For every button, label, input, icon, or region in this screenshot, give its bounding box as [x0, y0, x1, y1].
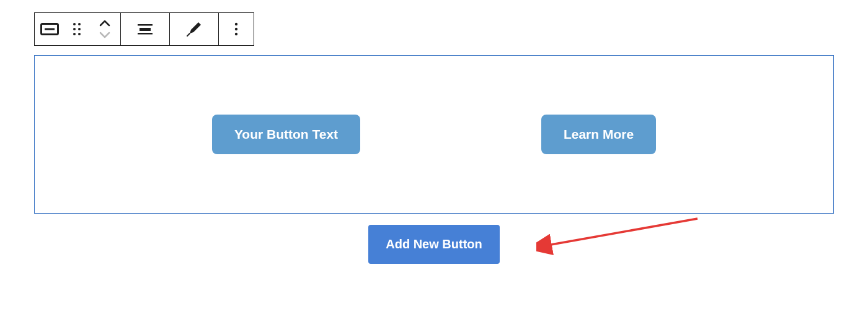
svg-point-7 — [78, 33, 81, 35]
style-brush-icon — [186, 21, 202, 37]
toolbar-group-style — [170, 13, 219, 45]
align-center-icon — [138, 23, 153, 35]
toolbar-group-align — [121, 13, 170, 45]
svg-rect-9 — [140, 28, 151, 31]
content-button-2-label: Learn More — [564, 127, 634, 141]
button-block-icon — [40, 23, 59, 35]
add-button-row: Add New Button — [34, 225, 834, 264]
svg-point-13 — [235, 33, 237, 35]
block-toolbar — [34, 12, 254, 46]
more-options-icon — [234, 22, 238, 36]
align-button[interactable] — [121, 13, 169, 45]
svg-rect-8 — [138, 24, 153, 26]
drag-handle-button[interactable] — [64, 13, 89, 45]
svg-point-5 — [78, 28, 81, 30]
content-button-1-label: Your Button Text — [234, 127, 338, 141]
svg-point-2 — [73, 23, 76, 25]
toolbar-group-block — [35, 13, 121, 45]
content-button-2[interactable]: Learn More — [541, 115, 656, 154]
svg-rect-1 — [45, 28, 55, 30]
style-button[interactable] — [170, 13, 218, 45]
svg-point-6 — [73, 33, 76, 35]
svg-point-3 — [78, 23, 81, 25]
svg-point-11 — [235, 23, 237, 25]
buttons-block-container[interactable]: Your Button Text Learn More — [34, 55, 834, 214]
svg-point-12 — [235, 28, 237, 30]
add-new-button[interactable]: Add New Button — [368, 225, 500, 264]
svg-line-15 — [547, 219, 698, 245]
toolbar-group-more — [219, 13, 254, 45]
drag-handle-icon — [73, 22, 81, 36]
move-up-down-icon — [99, 19, 111, 39]
more-options-button[interactable] — [219, 13, 254, 45]
content-button-1[interactable]: Your Button Text — [212, 115, 360, 154]
move-button[interactable] — [89, 13, 120, 45]
annotation-arrow-icon — [536, 211, 710, 261]
svg-point-4 — [73, 28, 76, 30]
svg-rect-10 — [138, 33, 153, 35]
block-type-button[interactable] — [35, 13, 64, 45]
add-new-button-label: Add New Button — [386, 237, 482, 251]
